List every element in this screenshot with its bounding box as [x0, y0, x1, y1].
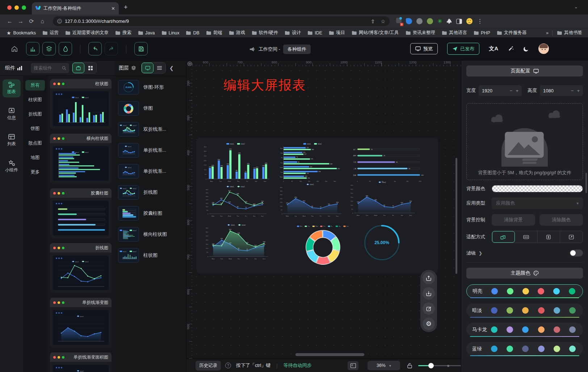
- layers-toggle-button[interactable]: [42, 42, 56, 55]
- chevron-right-icon[interactable]: ❯: [479, 251, 482, 256]
- clear-background-button[interactable]: 清除背景: [492, 214, 535, 226]
- extension-star-icon[interactable]: ✳: [437, 18, 442, 25]
- layer-item[interactable]: data1data2折线图: [118, 185, 182, 200]
- theme-color-button[interactable]: 主题颜色: [466, 268, 583, 279]
- category-item[interactable]: 地图: [25, 152, 45, 163]
- maximize-window-button[interactable]: [22, 5, 26, 10]
- layer-item[interactable]: data1data2双折线渐...: [118, 122, 182, 137]
- panel-scrollbar[interactable]: [585, 173, 587, 193]
- rail-item-widgets[interactable]: 小组件: [3, 158, 21, 176]
- magic-wand-icon[interactable]: [508, 46, 514, 52]
- canvas-hbar-chart[interactable]: data1data2130160Sun110117Sat70155Fri8026…: [278, 142, 348, 183]
- category-item[interactable]: 所有: [25, 80, 45, 91]
- canvas-bar-chart[interactable]: data1data2050100150200250300350120136Mon…: [202, 142, 270, 183]
- browser-tab[interactable]: 工作空间-各种组件 ✕: [32, 2, 119, 14]
- increase-icon[interactable]: +: [516, 88, 518, 93]
- vertical-scrollbar[interactable]: [455, 158, 457, 274]
- extensions-puzzle-icon[interactable]: [446, 18, 452, 24]
- theme-row[interactable]: 明亮: [466, 284, 583, 298]
- fit-height-button[interactable]: [538, 231, 560, 243]
- decrease-icon[interactable]: −: [510, 88, 513, 93]
- eye-icon[interactable]: [186, 60, 192, 66]
- home-button[interactable]: ⌂: [37, 18, 48, 25]
- clear-color-button[interactable]: 清除颜色: [539, 214, 583, 226]
- bookmark-folder[interactable]: 项目: [329, 30, 345, 36]
- reload-button[interactable]: ⟳: [26, 18, 37, 25]
- import-icon[interactable]: [423, 287, 435, 300]
- fit-scale-button[interactable]: [492, 231, 515, 243]
- category-item[interactable]: 更多: [25, 167, 45, 177]
- zoom-slider[interactable]: [418, 365, 461, 366]
- canvas-pie-chart[interactable]: MonTueWedThuFriSatSun: [294, 225, 352, 265]
- component-card[interactable]: 横向柱状图data1data2: [50, 134, 112, 184]
- site-info-icon[interactable]: ⓘ: [57, 19, 62, 24]
- bookmark-folder[interactable]: 设计: [285, 30, 301, 36]
- increase-icon[interactable]: +: [577, 88, 580, 93]
- horizontal-scrollbar[interactable]: [295, 353, 364, 356]
- details-toggle-button[interactable]: [59, 42, 72, 55]
- chrome-menu-icon[interactable]: ⋮: [477, 18, 483, 25]
- bookmark-folder[interactable]: PHP: [474, 30, 490, 35]
- zoom-select[interactable]: 36%▾: [368, 361, 400, 370]
- fit-width-button[interactable]: [515, 231, 538, 243]
- bookmark-folder[interactable]: 游戏: [229, 30, 245, 36]
- layer-item[interactable]: data1单折线渐...: [118, 143, 182, 158]
- edit-icon[interactable]: [423, 302, 435, 315]
- translate-icon[interactable]: 文A: [489, 45, 498, 52]
- category-item[interactable]: 饼图: [25, 124, 45, 134]
- layer-item[interactable]: data1单折线渐...: [118, 164, 182, 179]
- bookmark-folder[interactable]: DB: [186, 30, 199, 35]
- extension-drop-icon[interactable]: [406, 18, 412, 24]
- slider-knob[interactable]: [428, 363, 434, 368]
- component-search[interactable]: [31, 63, 69, 73]
- redo-button[interactable]: [105, 42, 118, 55]
- bookmark-folder[interactable]: 搜索: [115, 30, 131, 36]
- canvas-area-chart[interactable]: data1data2050100150200250300350120200150…: [203, 223, 270, 260]
- canvas-grid[interactable]: 编辑大屏报表 data1data205010015020025030035012…: [192, 66, 461, 359]
- layer-item[interactable]: 25.00%饼图-环形: [118, 80, 182, 95]
- project-name-badge[interactable]: 各种组件: [283, 45, 311, 54]
- width-input[interactable]: 1920 −+: [479, 85, 522, 96]
- grid-view-button[interactable]: [84, 63, 96, 73]
- category-item[interactable]: 散点图: [25, 138, 45, 149]
- filter-toggle[interactable]: [570, 250, 583, 256]
- rail-item-list[interactable]: 列表: [3, 131, 21, 150]
- settings-gear-icon[interactable]: ⚙: [423, 318, 435, 330]
- category-item[interactable]: 柱状图: [25, 95, 45, 105]
- component-card[interactable]: 柱状图data1data2: [50, 79, 112, 129]
- undo-button[interactable]: [88, 42, 102, 55]
- minimap-button[interactable]: [348, 361, 358, 370]
- component-card[interactable]: 折线图data1data2: [50, 243, 112, 293]
- theme-row[interactable]: 蓝绿: [466, 342, 583, 356]
- layer-item[interactable]: 饼图: [118, 101, 182, 116]
- new-tab-button[interactable]: +: [124, 4, 128, 11]
- category-item[interactable]: 折线图: [25, 109, 45, 120]
- search-input[interactable]: [34, 66, 60, 71]
- design-canvas[interactable]: 6007008009001000110012001300 20030040050…: [186, 60, 461, 359]
- bookmark-folder[interactable]: 近期需要读的文章: [65, 30, 109, 36]
- rail-item-charts[interactable]: 图表: [3, 79, 21, 97]
- app-type-select[interactable]: 应用颜色▾: [492, 197, 583, 209]
- bookmark-folder[interactable]: 网站/博客/文章/工具: [352, 30, 399, 36]
- bookmark-folder[interactable]: IDE: [307, 30, 322, 35]
- background-upload-dropzone[interactable]: 背景图需小于 5M，格式为 png/jpg/gif 的文件: [466, 103, 583, 180]
- collapse-panel-icon[interactable]: ❮: [169, 65, 174, 71]
- canvas-line-chart[interactable]: data1data2050100150200250300350120200150…: [203, 185, 269, 217]
- bg-color-swatch[interactable]: [492, 185, 583, 192]
- bookmark-folder[interactable]: 运营: [42, 30, 59, 36]
- dashboard-title-text[interactable]: 编辑大屏报表: [223, 76, 306, 94]
- side-panel-icon[interactable]: [456, 19, 462, 24]
- tab-close-icon[interactable]: ✕: [111, 6, 115, 11]
- bookmark-folder[interactable]: 前端: [206, 30, 222, 36]
- fit-stretch-button[interactable]: [560, 231, 583, 243]
- other-bookmarks-folder[interactable]: 其他书签: [557, 30, 582, 36]
- decrease-icon[interactable]: −: [571, 88, 574, 93]
- layer-item[interactable]: 胶囊柱图: [118, 206, 182, 221]
- theme-row[interactable]: 马卡龙: [466, 323, 583, 337]
- layer-item[interactable]: data1data2横向柱状图: [118, 227, 182, 242]
- component-card[interactable]: 胶囊柱图: [50, 188, 112, 238]
- thumbnail-view-button[interactable]: [142, 63, 154, 73]
- component-card[interactable]: 单折线渐变面积图data1: [50, 352, 112, 372]
- component-card[interactable]: 单折线渐变图data1: [50, 298, 112, 348]
- bookmarks-overflow-button[interactable]: »: [546, 30, 549, 35]
